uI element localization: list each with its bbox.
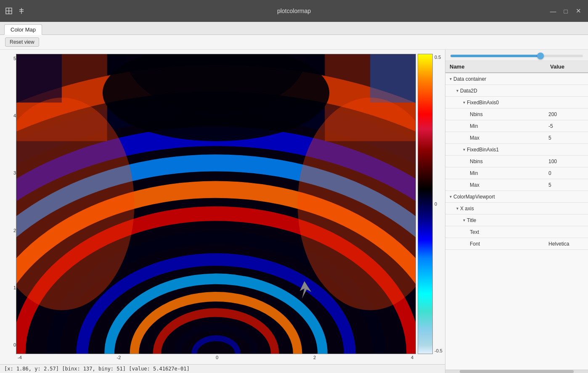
- tree-cell-name: ▾ ColorMapViewport: [445, 193, 546, 201]
- slider-fill: [450, 55, 540, 57]
- app-icon: [4, 6, 13, 16]
- plot-and-colorbar: 0.5 0 -0.5 -4 -2 0 2 4: [16, 54, 441, 360]
- tree-row[interactable]: ▾ ColorMapViewport: [445, 191, 588, 203]
- tree-row[interactable]: Text: [445, 226, 588, 238]
- expand-icon[interactable]: ▾: [456, 206, 458, 211]
- tree-cell-name: Max: [445, 181, 546, 189]
- colorbar-container: 0.5 0 -0.5: [418, 54, 441, 354]
- plot-container: 5 4 3 2 1 0: [0, 50, 445, 373]
- colorbar-labels: 0.5 0 -0.5: [434, 54, 442, 354]
- horizontal-scrollbar[interactable]: [445, 370, 588, 373]
- tree-row[interactable]: ▾ FixedBinAxis0: [445, 97, 588, 108]
- tree-row[interactable]: Min -5: [445, 120, 588, 132]
- tree-row[interactable]: Max 5: [445, 132, 588, 144]
- tree-row[interactable]: ▾ FixedBinAxis1: [445, 144, 588, 156]
- tree-cell-value: 0: [546, 169, 588, 177]
- header-value: Value: [546, 61, 588, 72]
- tree-cell-name: ▾ Data2D: [445, 87, 546, 95]
- tree-cell-value: Helvetica: [546, 240, 588, 248]
- tree-row[interactable]: ▾ X axis: [445, 203, 588, 214]
- tree-cell-value: -5: [546, 122, 588, 130]
- tree-row[interactable]: Min 0: [445, 167, 588, 179]
- right-panel: Name Value ▾ Data container: [445, 50, 588, 373]
- tree-cell-name: Min: [445, 122, 546, 130]
- tree-row[interactable]: Nbins 200: [445, 108, 588, 120]
- tree-cell-name: ▾ Data container: [445, 75, 546, 83]
- tree-cell-value: 200: [546, 110, 588, 119]
- tree-cell-value: [546, 196, 588, 198]
- window-title: plotcolormap: [277, 8, 311, 14]
- tree-row[interactable]: Max 5: [445, 179, 588, 191]
- titlebar-left-icons: [4, 6, 26, 16]
- tree-row[interactable]: Nbins 100: [445, 156, 588, 167]
- tree-cell-value: [546, 207, 588, 210]
- pin-icon[interactable]: [17, 6, 26, 16]
- plot-canvas[interactable]: [16, 54, 416, 354]
- slider-thumb[interactable]: [537, 53, 544, 59]
- tab-color-map[interactable]: Color Map: [4, 24, 42, 35]
- toolbar: Reset view: [0, 35, 588, 50]
- window-controls: ― □ ✕: [548, 5, 584, 16]
- svg-rect-24: [370, 54, 416, 103]
- main-window: Color Map Reset view 5 4 3 2 1 0: [0, 22, 588, 373]
- titlebar: plotcolormap ― □ ✕: [0, 0, 588, 22]
- status-bar: [x: 1.86, y: 2.57] [binx: 137, biny: 51]…: [0, 364, 445, 373]
- tree-header: Name Value: [445, 61, 588, 73]
- header-name: Name: [445, 61, 546, 72]
- expand-icon[interactable]: ▾: [450, 77, 452, 81]
- tree-cell-name: ▾ Title: [445, 216, 546, 225]
- x-axis-labels: -4 -2 0 2 4: [16, 354, 441, 360]
- tree-cell-value: [546, 231, 588, 233]
- tree-cell-value: 5: [546, 134, 588, 142]
- reset-view-button[interactable]: Reset view: [5, 37, 39, 47]
- svg-rect-25: [16, 54, 62, 103]
- tree-table: Name Value ▾ Data container: [445, 61, 588, 370]
- minimize-button[interactable]: ―: [548, 5, 559, 16]
- tree-row[interactable]: ▾ Data container: [445, 73, 588, 85]
- colorbar: [418, 54, 433, 354]
- expand-icon[interactable]: ▾: [463, 100, 465, 105]
- close-button[interactable]: ✕: [573, 5, 584, 16]
- expand-icon[interactable]: ▾: [463, 218, 465, 222]
- plot-with-axes: 5 4 3 2 1 0: [0, 50, 445, 364]
- tree-cell-name: ▾ FixedBinAxis0: [445, 98, 546, 107]
- scrollbar-thumb: [460, 370, 574, 373]
- tree-cell-name: Font: [445, 240, 546, 248]
- tree-cell-name: Nbins: [445, 157, 546, 166]
- tree-row[interactable]: Font Helvetica: [445, 238, 588, 250]
- tree-cell-name: Min: [445, 169, 546, 177]
- plot-row: 0.5 0 -0.5: [16, 54, 441, 354]
- status-text: [x: 1.86, y: 2.57] [binx: 137, biny: 51]…: [4, 366, 190, 372]
- expand-icon[interactable]: ▾: [450, 194, 452, 199]
- y-axis-labels: 5 4 3 2 1 0: [4, 54, 16, 360]
- tree-row[interactable]: ▾ Data2D: [445, 85, 588, 97]
- tree-cell-name: Text: [445, 228, 546, 236]
- tree-cell-value: 5: [546, 181, 588, 189]
- tree-cell-value: [546, 148, 588, 151]
- tab-bar: Color Map: [0, 22, 588, 35]
- tree-cell-value: [546, 101, 588, 104]
- tree-cell-name: ▾ FixedBinAxis1: [445, 145, 546, 154]
- tree-cell-value: 100: [546, 157, 588, 166]
- maximize-button[interactable]: □: [560, 5, 571, 16]
- slider-track[interactable]: [450, 55, 583, 57]
- tree-cell-name: Max: [445, 134, 546, 142]
- expand-icon[interactable]: ▾: [463, 147, 465, 152]
- slider-container: [445, 50, 588, 61]
- tree-row[interactable]: ▾ Title: [445, 214, 588, 226]
- expand-icon[interactable]: ▾: [456, 88, 458, 93]
- tree-cell-name: Nbins: [445, 110, 546, 119]
- tree-cell-value: [546, 78, 588, 80]
- tree-cell-name: ▾ X axis: [445, 204, 546, 213]
- tree-cell-value: [546, 219, 588, 222]
- content-area: 5 4 3 2 1 0: [0, 50, 588, 373]
- tree-cell-value: [546, 90, 588, 92]
